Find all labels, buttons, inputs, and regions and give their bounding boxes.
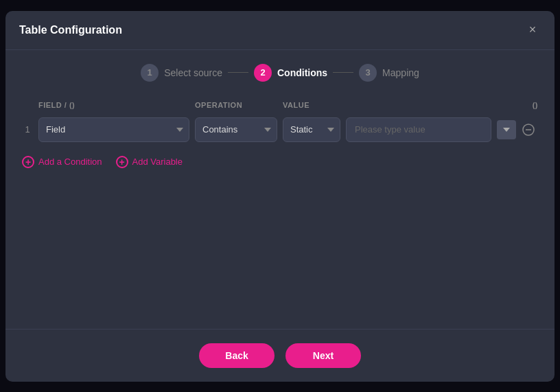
field-select[interactable]: Field (38, 117, 189, 142)
add-condition-label: Add a Condition (38, 157, 102, 167)
step-2-circle: 2 (254, 64, 272, 82)
step-2[interactable]: 2 Conditions (254, 64, 327, 82)
table-area: FIELD / () OPERATION VALUE () 1 Field Co… (5, 95, 555, 329)
step-2-label: Conditions (277, 67, 327, 78)
step-1-circle: 1 (141, 64, 159, 82)
col-header-field: FIELD / () (38, 101, 189, 109)
add-condition-button[interactable]: + Add a Condition (22, 156, 102, 168)
column-headers: FIELD / () OPERATION VALUE () (22, 95, 538, 115)
add-variable-button[interactable]: + Add Variable (116, 156, 183, 168)
modal-footer: Back Next (5, 329, 555, 382)
add-variable-label: Add Variable (132, 157, 183, 167)
row-number: 1 (22, 124, 33, 135)
expand-button[interactable] (497, 120, 516, 139)
back-button[interactable]: Back (199, 343, 275, 368)
minus-circle-icon (522, 124, 535, 136)
col-header-value: VALUE (283, 101, 338, 109)
col-header-operation: OPERATION (195, 101, 277, 109)
step-3-label: Mapping (382, 67, 419, 78)
value-type-select[interactable]: Static Variable (283, 117, 340, 142)
modal-header: Table Configuration × (5, 11, 555, 50)
step-3-circle: 3 (359, 64, 377, 82)
modal: Table Configuration × 1 Select source 2 … (5, 11, 555, 382)
close-button[interactable]: × (524, 22, 541, 38)
condition-row: 1 Field Contains Equals Not contains Sta… (22, 117, 538, 142)
col-header-action: () (497, 101, 538, 109)
operation-select[interactable]: Contains Equals Not contains Starts with (195, 117, 277, 142)
next-button[interactable]: Next (285, 343, 361, 368)
add-condition-icon: + (22, 156, 34, 168)
modal-title: Table Configuration (19, 24, 122, 36)
add-links: + Add a Condition + Add Variable (22, 148, 538, 176)
value-input[interactable] (346, 117, 491, 142)
remove-condition-button[interactable] (519, 120, 538, 139)
step-1-label: Select source (164, 67, 222, 78)
step-1[interactable]: 1 Select source (141, 64, 222, 82)
steps-nav: 1 Select source 2 Conditions 3 Mapping (5, 50, 555, 95)
step-3[interactable]: 3 Mapping (359, 64, 419, 82)
chevron-down-icon (503, 128, 510, 132)
add-variable-icon: + (116, 156, 128, 168)
row-actions (497, 120, 538, 139)
modal-overlay: Table Configuration × 1 Select source 2 … (0, 0, 560, 392)
step-divider-2 (333, 72, 353, 73)
step-divider-1 (228, 72, 248, 73)
